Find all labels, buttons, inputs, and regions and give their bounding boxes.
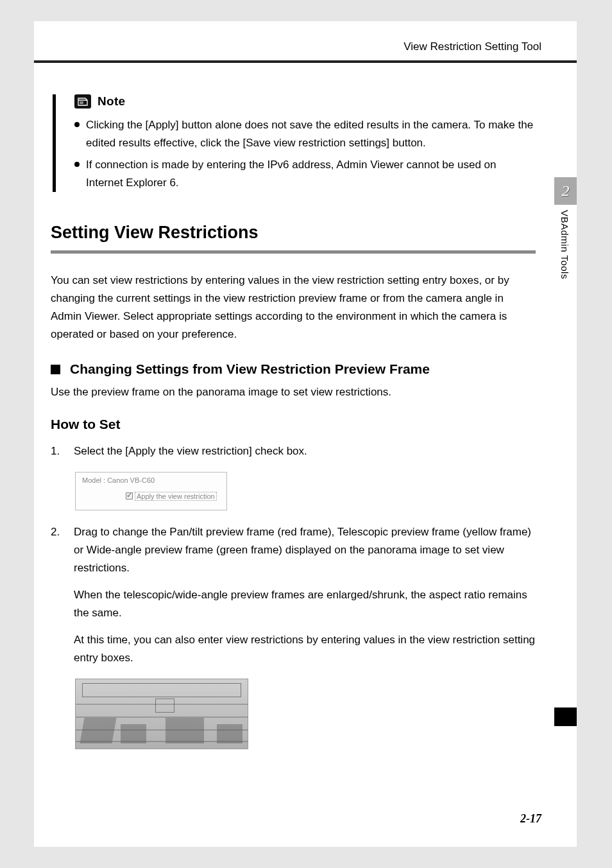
subsection-heading: Changing Settings from View Restriction …: [70, 361, 430, 377]
header-title: View Restriction Setting Tool: [404, 40, 541, 53]
step-body: Select the [Apply the view restriction] …: [74, 442, 536, 460]
note-title: Note: [98, 94, 125, 108]
note-item: Clicking the [Apply] button alone does n…: [74, 116, 536, 152]
note-bar: [53, 94, 56, 192]
square-bullet-icon: [51, 365, 60, 374]
preview-frame-inner: [155, 699, 174, 713]
subsection-desc: Use the preview frame on the panorama im…: [51, 383, 536, 401]
steps-list: 1. Select the [Apply the view restrictio…: [51, 442, 536, 749]
page-number: 2-17: [520, 812, 541, 826]
chapter-label: VBAdmin Tools: [554, 210, 570, 279]
side-chapter-tab: 2 VBAdmin Tools: [554, 177, 577, 279]
note-icon: [74, 94, 91, 108]
step-body: Drag to change the Pan/tilt preview fram…: [74, 523, 536, 667]
figure-apply-checkbox-row: Apply the view restriction: [126, 492, 217, 501]
checkbox-icon: [126, 492, 133, 499]
subsection-row: Changing Settings from View Restriction …: [51, 361, 536, 377]
note-block: Note Clicking the [Apply] button alone d…: [53, 94, 536, 192]
figure-panorama-preview: [75, 679, 248, 749]
intro-paragraph: You can set view restrictions by enterin…: [51, 272, 536, 343]
content-area: Note Clicking the [Apply] button alone d…: [51, 94, 536, 749]
section-rule: [51, 250, 536, 254]
step-para: When the telescopic/wide-angle preview f…: [74, 586, 536, 622]
step-item: 1. Select the [Apply the view restrictio…: [51, 442, 536, 460]
figure-checkbox-ui: Model : Canon VB-C60 Apply the view rest…: [75, 472, 227, 510]
note-list: Clicking the [Apply] button alone does n…: [74, 116, 536, 192]
figure-checkbox-label: Apply the view restriction: [135, 492, 217, 501]
section-heading: Setting View Restrictions: [51, 223, 536, 243]
note-item: If connection is made by entering the IP…: [74, 156, 536, 192]
side-thumb-marker: [554, 707, 577, 726]
header-rule: [34, 60, 577, 63]
step-item: 2. Drag to change the Pan/tilt preview f…: [51, 523, 536, 667]
step-number: 2.: [51, 523, 74, 667]
page: View Restriction Setting Tool 2 VBAdmin …: [34, 21, 577, 847]
step-para: Drag to change the Pan/tilt preview fram…: [74, 523, 536, 577]
step-para: Select the [Apply the view restriction] …: [74, 442, 536, 460]
chapter-number-box: 2: [554, 177, 577, 205]
figure-model-label: Model : Canon VB-C60: [82, 476, 155, 484]
step-number: 1.: [51, 442, 74, 460]
how-to-set-heading: How to Set: [51, 417, 536, 432]
step-para: At this time, you can also enter view re…: [74, 631, 536, 667]
preview-frame-outer: [82, 683, 241, 697]
